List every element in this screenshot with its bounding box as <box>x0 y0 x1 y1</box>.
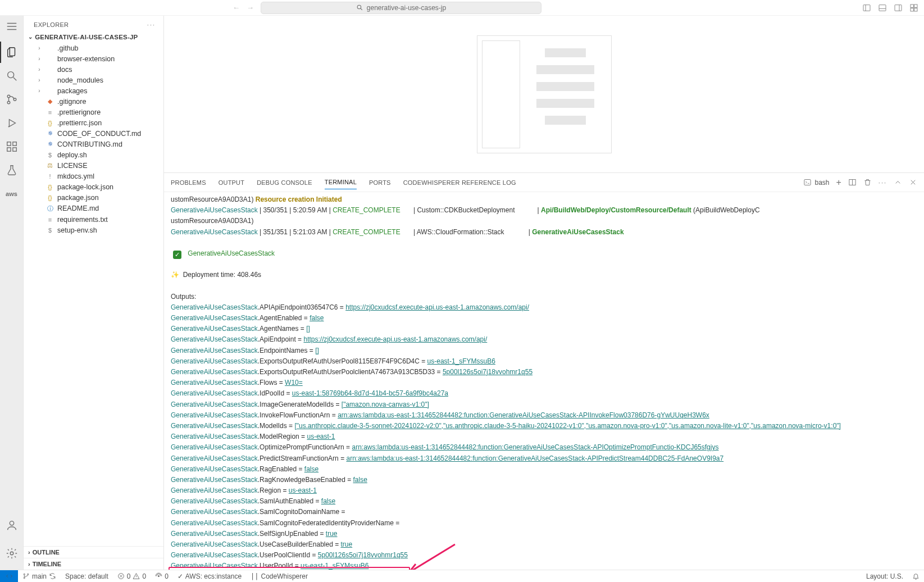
status-notifications[interactable] <box>908 570 924 582</box>
command-center-text: generative-ai-use-cases-jp <box>367 4 446 12</box>
tree-file[interactable]: ≡requirements.txt <box>24 214 163 225</box>
layout-sidebar-right-icon[interactable] <box>894 3 903 12</box>
explorer-folder-header[interactable]: ⌄ GENERATIVE-AI-USE-CASES-JP <box>24 31 163 43</box>
activity-explorer[interactable] <box>0 40 24 64</box>
split-terminal-icon[interactable] <box>848 178 857 187</box>
panel-tab-codewhisperer-reference-log[interactable]: CODEWHISPERER REFERENCE LOG <box>403 176 516 189</box>
chevron-right-icon: › <box>28 561 30 567</box>
command-center[interactable]: generative-ai-use-cases-jp <box>261 2 541 14</box>
tree-file[interactable]: ✵CONTRIBUTING.md <box>24 139 163 149</box>
timeline-section[interactable]: › TIMELINE <box>24 558 163 570</box>
panel-tab-ports[interactable]: PORTS <box>369 176 391 189</box>
remote-indicator[interactable] <box>0 570 18 582</box>
file-label: package-lock.json <box>57 183 113 191</box>
file-icon: ✵ <box>46 130 54 137</box>
extensions-icon <box>6 140 18 153</box>
tree-folder[interactable]: ›packages <box>24 85 163 96</box>
panel-tab-terminal[interactable]: TERMINAL <box>325 175 357 189</box>
activity-aws[interactable]: aws <box>0 182 24 206</box>
svg-rect-7 <box>914 8 917 11</box>
activity-scm[interactable] <box>0 88 24 111</box>
status-layout[interactable]: Layout: U.S. <box>862 570 908 582</box>
warning-icon <box>133 572 140 580</box>
activity-testing[interactable] <box>0 158 24 182</box>
svg-point-25 <box>158 575 160 576</box>
bell-icon <box>912 572 920 580</box>
tree-folder[interactable]: ›docs <box>24 64 163 75</box>
chevron-right-icon: › <box>28 549 30 556</box>
editor-placeholder-card <box>477 35 612 153</box>
layout-panel-icon[interactable] <box>878 3 887 12</box>
nav-arrows: ← → <box>230 3 256 12</box>
file-label: packages <box>57 87 88 95</box>
chevron-right-icon: › <box>36 66 43 72</box>
file-icon: {} <box>46 194 54 201</box>
layout-sidebar-left-icon[interactable] <box>862 3 871 12</box>
layout-customize-icon[interactable] <box>909 3 918 12</box>
nav-forward-icon[interactable]: → <box>244 3 256 12</box>
sync-icon <box>49 572 56 580</box>
panel-tab-debug-console[interactable]: DEBUG CONSOLE <box>257 176 312 189</box>
file-label: CONTRIBUTING.md <box>57 140 122 148</box>
menu-icon[interactable] <box>6 20 18 35</box>
activity-settings[interactable] <box>0 542 24 565</box>
panel-tabs: PROBLEMS OUTPUT DEBUG CONSOLE TERMINAL P… <box>164 173 924 192</box>
file-icon: ◆ <box>46 98 54 105</box>
status-codewhisperer[interactable]: || CodeWhisperer <box>246 570 312 582</box>
explorer-more-icon[interactable]: ··· <box>147 21 156 28</box>
status-space[interactable]: Space: default <box>61 570 113 582</box>
tree-folder[interactable]: ›browser-extension <box>24 53 163 64</box>
search-icon <box>356 4 363 11</box>
tree-folder[interactable]: ›.github <box>24 43 163 53</box>
file-icon: ✵ <box>46 140 54 148</box>
git-branch[interactable]: main <box>18 570 61 582</box>
terminal-output[interactable]: ustomResourceA9A0D3A1) Resource creation… <box>164 192 924 570</box>
activity-search[interactable] <box>0 64 24 88</box>
tree-file[interactable]: ⓘREADME.md <box>24 203 163 214</box>
tree-file[interactable]: {}.prettierrc.json <box>24 117 163 128</box>
activity-run[interactable] <box>0 111 24 135</box>
tree-file[interactable]: !mkdocs.yml <box>24 171 163 181</box>
trash-icon[interactable] <box>863 178 872 187</box>
tree-file[interactable]: $deploy.sh <box>24 149 163 160</box>
tree-file[interactable]: ≡.prettierignore <box>24 107 163 117</box>
panel-tab-problems[interactable]: PROBLEMS <box>171 176 206 189</box>
file-label: .gitignore <box>57 98 86 106</box>
tree-file[interactable]: $setup-env.sh <box>24 225 163 235</box>
tree-file[interactable]: {}package.json <box>24 192 163 203</box>
status-ports[interactable]: 0 <box>151 570 173 582</box>
nav-back-icon[interactable]: ← <box>230 3 242 12</box>
svg-rect-14 <box>7 148 10 151</box>
terminal-icon <box>803 178 812 187</box>
file-icon: {} <box>46 184 54 190</box>
panel-tab-output[interactable]: OUTPUT <box>219 176 244 189</box>
tree-folder[interactable]: ›node_modules <box>24 75 163 85</box>
tree-file[interactable]: {}package-lock.json <box>24 181 163 192</box>
status-aws[interactable]: ✓ AWS: ecs:instance <box>173 570 246 582</box>
file-label: .prettierignore <box>57 108 101 116</box>
status-problems[interactable]: 0 0 <box>113 570 151 582</box>
tree-file[interactable]: ✵CODE_OF_CONDUCT.md <box>24 128 163 139</box>
svg-rect-6 <box>911 8 913 11</box>
file-tree: ›.github›browser-extension›docs›node_mod… <box>24 43 163 546</box>
terminal-shell-selector[interactable]: bash <box>803 178 829 187</box>
tree-file[interactable]: ⚖LICENSE <box>24 160 163 171</box>
outline-section[interactable]: › OUTLINE <box>24 546 163 558</box>
file-icon: ≡ <box>46 216 54 223</box>
chevron-up-icon[interactable] <box>894 178 902 187</box>
panel-more-icon[interactable]: ··· <box>879 179 887 186</box>
activity-bar: aws <box>0 16 24 570</box>
svg-point-9 <box>7 95 10 98</box>
files-icon <box>6 46 18 58</box>
title-bar: ← → generative-ai-use-cases-jp <box>0 0 924 16</box>
close-panel-icon[interactable] <box>909 178 917 187</box>
tree-file[interactable]: ◆.gitignore <box>24 96 163 107</box>
svg-rect-15 <box>12 148 16 151</box>
svg-point-22 <box>24 578 25 579</box>
activity-extensions[interactable] <box>0 135 24 158</box>
file-label: deploy.sh <box>57 151 87 159</box>
activity-accounts[interactable] <box>0 513 24 537</box>
svg-point-12 <box>8 126 9 128</box>
file-label: node_modules <box>57 76 103 84</box>
new-terminal-button[interactable]: + <box>836 178 841 188</box>
